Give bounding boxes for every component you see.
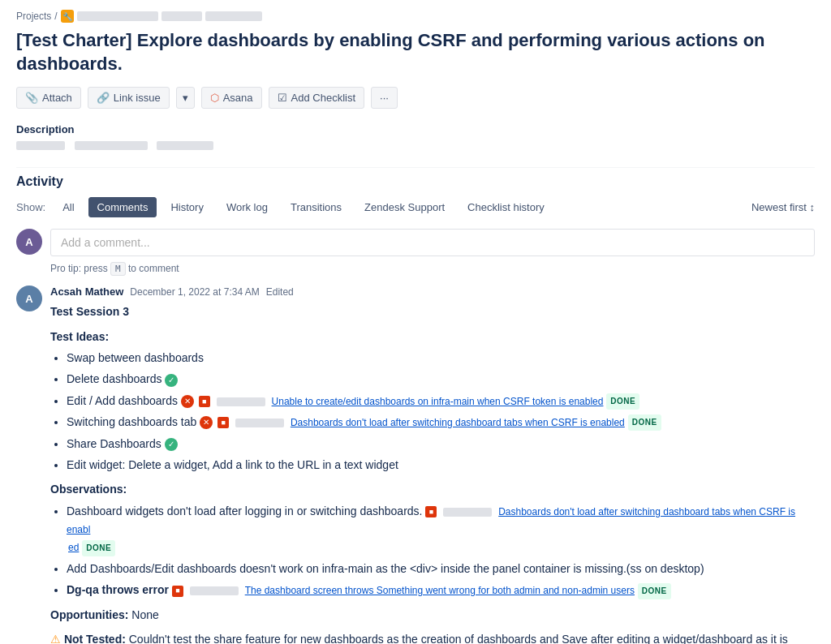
m-key: M: [110, 262, 126, 276]
list-item: Edit widget: Delete a widget, Add a link…: [67, 456, 815, 474]
sort-label: Newest first ↕: [751, 201, 815, 213]
done-badge: DONE: [606, 393, 639, 410]
link-issue-dropdown[interactable]: ▾: [176, 87, 195, 109]
issue-sq-icon2: ■: [217, 417, 229, 428]
breadcrumb-tag1: [161, 11, 202, 21]
breadcrumb-sep: /: [54, 11, 57, 22]
comment-author-avatar: A: [16, 286, 42, 311]
comment-edited: Edited: [266, 286, 294, 298]
not-tested-text: ⚠ Not Tested: Couldn't test the share fe…: [50, 630, 815, 644]
opportunities-text: Opportunities: None: [50, 606, 815, 624]
observations-label: Observations:: [50, 480, 815, 498]
x-circle-icon: ✕: [181, 395, 194, 408]
current-user-avatar: A: [16, 229, 42, 255]
asana-icon: ⬡: [210, 92, 219, 104]
check-icon: ✓: [165, 374, 178, 387]
comment-content: Test Session 3 Test Ideas: Swap between …: [50, 303, 815, 644]
issue-link-3b[interactable]: ed: [68, 542, 79, 553]
filter-transitions[interactable]: Transitions: [282, 197, 351, 217]
description-text: [16, 140, 815, 152]
filter-zendesk[interactable]: Zendesk Support: [355, 197, 454, 217]
issue-link-2[interactable]: Dashboards don't load after switching da…: [291, 417, 625, 428]
comment-entry: A Acsah Mathew December 1, 2022 at 7:34 …: [16, 286, 815, 644]
test-ideas-label: Test Ideas:: [50, 328, 815, 346]
done-badge-4: DONE: [638, 583, 671, 599]
issue-link-4[interactable]: The dashboard screen throws Something we…: [245, 585, 635, 596]
warn-icon: ⚠: [50, 633, 61, 644]
list-item: Switching dashboards tab ✕ ■ Dashboards …: [67, 413, 815, 431]
checklist-icon: ☑: [278, 92, 287, 104]
list-item: Dashboard widgets don't load after loggi…: [67, 502, 815, 556]
breadcrumb: Projects / 🔧: [16, 10, 815, 23]
x-circle-icon2: ✕: [200, 416, 213, 429]
chevron-down-icon: ▾: [183, 92, 188, 104]
add-checklist-button[interactable]: ☑ Add Checklist: [269, 87, 364, 109]
description-section: Description: [16, 123, 815, 152]
page-title: [Test Charter] Explore dashboards by ena…: [16, 29, 815, 75]
issue-link-1[interactable]: Unable to create/edit dashboards on infr…: [272, 396, 604, 407]
link-icon: 🔗: [97, 92, 110, 104]
test-items-list: Swap between dashboards Delete dashboard…: [67, 349, 815, 474]
sort-button[interactable]: Newest first ↕: [751, 201, 815, 213]
breadcrumb-project-icon: 🔧: [61, 10, 74, 23]
show-label: Show:: [16, 201, 45, 213]
issue-sq-icon3: ■: [425, 506, 437, 517]
comment-input[interactable]: Add a comment...: [50, 229, 815, 256]
filter-all[interactable]: All: [54, 197, 83, 217]
more-button[interactable]: ···: [371, 87, 398, 109]
list-item: Add Dashboards/Edit dashboards doesn't w…: [67, 560, 815, 577]
list-item: Delete dashboards ✓: [67, 370, 815, 388]
list-item: Edit / Add dashboards ✕ ■ Unable to crea…: [67, 392, 815, 410]
breadcrumb-projects[interactable]: Projects: [16, 11, 51, 22]
check-icon-2: ✓: [165, 438, 178, 451]
comment-input-row: A Add a comment...: [16, 229, 815, 256]
link-issue-button[interactable]: 🔗 Link issue: [88, 87, 170, 109]
page-container: Projects / 🔧 [Test Charter] Explore dash…: [0, 0, 831, 644]
issue-sq-icon4: ■: [172, 586, 183, 597]
attach-button[interactable]: 📎 Attach: [16, 87, 81, 109]
toolbar: 📎 Attach 🔗 Link issue ▾ ⬡ Asana ☑ Add Ch…: [16, 87, 815, 109]
comment-author: Acsah Mathew: [50, 286, 123, 298]
filter-history[interactable]: History: [161, 197, 212, 217]
filter-worklog[interactable]: Work log: [217, 197, 277, 217]
show-filter-row: Show: All Comments History Work log Tran…: [16, 197, 815, 217]
list-item: Swap between dashboards: [67, 349, 815, 367]
done-badge-2: DONE: [628, 414, 661, 431]
asana-button[interactable]: ⬡ Asana: [201, 87, 262, 109]
filter-comments[interactable]: Comments: [88, 197, 157, 217]
done-badge-3: DONE: [82, 540, 115, 556]
comment-date: December 1, 2022 at 7:34 AM: [130, 286, 259, 298]
activity-section: Activity Show: All Comments History Work…: [16, 174, 815, 644]
breadcrumb-tag2: [205, 11, 262, 21]
description-label: Description: [16, 123, 815, 135]
list-item: Dg-qa throws error ■ The dashboard scree…: [67, 581, 815, 599]
paperclip-icon: 📎: [25, 92, 38, 104]
filter-checklist-history[interactable]: Checklist history: [459, 197, 553, 217]
breadcrumb-project-name[interactable]: [77, 11, 158, 21]
comment-body: Acsah Mathew December 1, 2022 at 7:34 AM…: [50, 286, 815, 644]
protip: Pro tip: press M to comment: [50, 263, 815, 274]
list-item: Share Dashboards ✓: [67, 435, 815, 453]
issue-sq-icon: ■: [199, 396, 210, 407]
session-title: Test Session 3: [50, 303, 815, 320]
comment-header: Acsah Mathew December 1, 2022 at 7:34 AM…: [50, 286, 815, 298]
observations-list: Dashboard widgets don't load after loggi…: [67, 502, 815, 599]
activity-title: Activity: [16, 174, 815, 189]
